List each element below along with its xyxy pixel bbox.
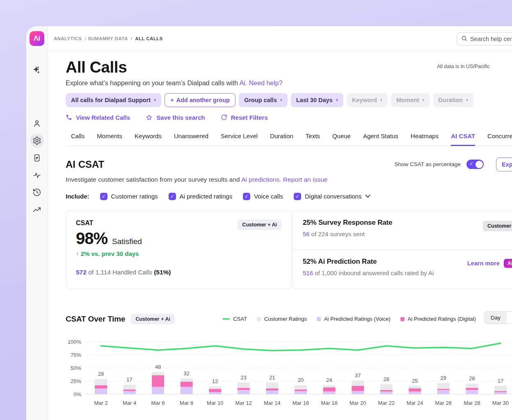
legend-ai-predicted-voice: Ai Predicted Ratings (Voice) (317, 316, 391, 322)
chevron-down-icon[interactable] (365, 194, 370, 198)
tab-ai-csat[interactable]: AI CSAT (451, 129, 475, 146)
tab-duration[interactable]: Duration (270, 129, 293, 146)
group-calls-dropdown[interactable]: Group calls ▾ (239, 93, 288, 107)
svg-text:23: 23 (241, 374, 247, 381)
group-calls-label: Group calls (244, 97, 277, 103)
page-content: All Calls All data is in US/Pacific Expl… (48, 51, 512, 415)
reset-filters-link[interactable]: Reset Filters (221, 114, 268, 121)
svg-text:Mar 16: Mar 16 (293, 400, 309, 406)
sparkles-icon[interactable] (30, 63, 44, 77)
timezone-note: All data is in US/Pacific (437, 64, 490, 69)
rated-calls-text: of 1,000 inbound answered calls rated by… (315, 269, 434, 276)
help-search-box[interactable] (457, 32, 512, 46)
checkbox-digital-conversations[interactable]: ✓ Digital conversations (294, 193, 370, 200)
star-icon (146, 114, 153, 121)
svg-text:75%: 75% (71, 352, 81, 358)
survey-response-title: 25% Survey Response Rate (303, 219, 512, 227)
svg-text:25%: 25% (71, 378, 81, 384)
checkbox-label: Digital conversations (305, 193, 361, 200)
svg-text:24: 24 (326, 377, 332, 383)
tab-moments[interactable]: Moments (97, 129, 122, 146)
date-range-label: Last 30 Days (296, 97, 333, 103)
chevron-down-icon: ▾ (380, 98, 382, 102)
analytics-tabs: Calls Moments Keywords Unanswered Servic… (66, 129, 512, 146)
checkbox-voice-calls[interactable]: ✓ Voice calls (243, 193, 283, 200)
csat-percentage-toggle-label: Show CSAT as percentage (394, 161, 461, 167)
customer-ai-badge: Customer + Ai (131, 314, 175, 324)
need-help-link[interactable]: Ai. Need help? (240, 80, 283, 87)
phone-icon (66, 114, 72, 121)
rated-calls-count[interactable]: 516 (303, 269, 313, 276)
learn-more-link[interactable]: Learn more (467, 260, 500, 267)
call-notes-icon[interactable] (30, 151, 44, 165)
plus-icon: + (170, 97, 174, 103)
ai-prediction-row: 52% Ai Prediction Rate 516 of 1,000 inbo… (293, 249, 512, 289)
chart-legend: CSAT Customer Ratings Ai Predicted Ratin… (222, 316, 476, 322)
period-day-button[interactable]: Day (485, 312, 507, 324)
tab-service-level[interactable]: Service Level (221, 129, 258, 146)
filter-row: All calls for Dialpad Support ▾ + Add an… (66, 93, 512, 107)
rail-nav (30, 116, 44, 217)
footnote-percent: (51%) (154, 269, 171, 276)
svg-text:100%: 100% (68, 338, 82, 345)
add-another-group-button[interactable]: + Add another group (165, 93, 235, 107)
csat-percentage-toggle[interactable]: ✓ (466, 160, 484, 169)
report-issue-link[interactable]: Report an issue (283, 176, 328, 183)
keyword-label: Keyword (352, 97, 377, 103)
add-group-label: Add another group (176, 97, 230, 103)
checkbox-label: Voice calls (254, 193, 283, 200)
export-button[interactable]: Export ▾ (496, 158, 512, 171)
trending-up-icon[interactable] (30, 203, 44, 217)
group-filter-dropdown[interactable]: All calls for Dialpad Support ▾ (66, 93, 161, 107)
breadcrumb-analytics[interactable]: ANALYTICS (54, 36, 82, 41)
top-bar: ANALYTICS /SUMAMRY DATA / ALL CALLS (48, 26, 512, 51)
ai-badge: Ai (504, 259, 512, 268)
checkbox-customer-ratings[interactable]: ✓ Customer ratings (100, 193, 158, 200)
pulse-icon[interactable] (30, 168, 44, 182)
svg-text:37: 37 (355, 372, 361, 379)
tab-agent-status[interactable]: Agent Status (363, 129, 398, 146)
settings-gear-icon[interactable] (30, 134, 44, 148)
legend-label: Ai Predicted Ratings (Digital) (408, 316, 476, 322)
ai-prediction-sub: 516 of 1,000 inbound answered calls rate… (303, 269, 512, 276)
checkbox-checked-icon: ✓ (169, 193, 176, 200)
duration-label: Duration (439, 97, 463, 103)
quick-links-row: View Related Calls Save this search Rese… (66, 114, 512, 121)
main-area: ANALYTICS /SUMAMRY DATA / ALL CALLS All … (48, 26, 512, 420)
tab-calls[interactable]: Calls (71, 129, 85, 146)
handled-calls-count[interactable]: 572 (76, 269, 87, 276)
person-icon[interactable] (30, 116, 44, 130)
dialpad-ai-logo[interactable]: Λi (30, 31, 44, 46)
view-related-calls-link[interactable]: View Related Calls (66, 114, 130, 121)
tab-queue[interactable]: Queue (332, 129, 351, 146)
tab-concurrency[interactable]: Concurrency (487, 129, 512, 146)
keyword-dropdown[interactable]: Keyword ▾ (347, 93, 388, 107)
svg-text:Mar 20: Mar 20 (350, 400, 366, 406)
duration-dropdown[interactable]: Duration ▾ (433, 93, 474, 107)
ai-predictions-link[interactable]: Ai predictions. (241, 176, 281, 183)
period-week-button[interactable]: Week (507, 312, 512, 324)
tab-texts[interactable]: Texts (306, 129, 320, 146)
surveys-count[interactable]: 56 (303, 231, 310, 237)
save-search-link[interactable]: Save this search (146, 114, 205, 121)
svg-text:Mar 28: Mar 28 (464, 400, 480, 406)
description-text: Investigate customer satisfaction from y… (66, 176, 240, 183)
svg-text:Mar 22: Mar 22 (378, 400, 394, 406)
date-range-dropdown[interactable]: Last 30 Days ▾ (291, 93, 343, 107)
tab-heatmaps[interactable]: Heatmaps (411, 129, 439, 146)
svg-text:Mar 8: Mar 8 (180, 400, 193, 406)
view-related-label: View Related Calls (76, 114, 130, 121)
page-subtitle: Explore what’s happening on your team’s … (66, 80, 512, 87)
survey-response-row: 25% Survey Response Rate 56 of 224 surve… (293, 211, 512, 250)
checkbox-ai-predicted-ratings[interactable]: ✓ Ai predicted ratings (169, 193, 232, 200)
search-input[interactable] (470, 36, 512, 42)
square-swatch (400, 317, 405, 321)
legend-label: Customer Ratings (264, 316, 307, 322)
breadcrumb-summary-data[interactable]: SUMAMRY DATA (88, 36, 128, 41)
tab-keywords[interactable]: Keywords (135, 129, 162, 146)
surveys-text: of 224 surveys sent (311, 231, 365, 237)
svg-text:Mar 14: Mar 14 (264, 400, 280, 406)
moment-dropdown[interactable]: Moment ▾ (391, 93, 430, 107)
history-icon[interactable] (30, 185, 44, 199)
tab-unanswered[interactable]: Unanswered (174, 129, 208, 146)
